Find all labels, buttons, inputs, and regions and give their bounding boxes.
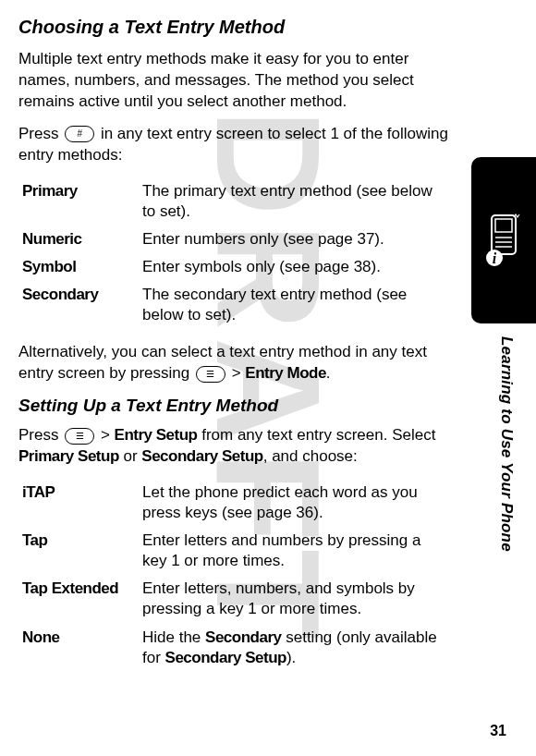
option-label-itap: iTAP: [22, 479, 142, 527]
setup-prefix: Press: [18, 426, 63, 444]
page-content: Choosing a Text Entry Method Multiple te…: [0, 0, 536, 703]
entry-mode-label: Entry Mode: [245, 364, 326, 382]
table-row: Numeric Enter numbers only (see page 37)…: [22, 226, 457, 253]
method-label-secondary: Secondary: [22, 281, 142, 329]
menu-key-icon: ☰: [196, 366, 225, 383]
table-row: iTAP Let the phone predict each word as …: [22, 479, 457, 527]
setup-end: , and choose:: [263, 447, 358, 465]
option-desc-none: Hide the Secondary setting (only availab…: [142, 624, 457, 672]
setup-paragraph: Press ☰ > Entry Setup from any text entr…: [18, 425, 453, 468]
secondary-setup-label: Secondary Setup: [141, 447, 262, 465]
option-label-tap-extended: Tap Extended: [22, 575, 142, 623]
option-desc: Let the phone predict each word as you p…: [142, 479, 457, 527]
table-row: Tap Extended Enter letters, numbers, and…: [22, 575, 457, 623]
option-label-tap: Tap: [22, 527, 142, 575]
setup-options-table: iTAP Let the phone predict each word as …: [22, 479, 457, 672]
intro-paragraph: Multiple text entry methods make it easy…: [18, 49, 453, 113]
alt-gt: >: [227, 364, 245, 382]
method-desc: Enter symbols only (see page 38).: [142, 253, 457, 281]
method-desc: Enter numbers only (see page 37).: [142, 226, 457, 253]
entry-setup-label: Entry Setup: [115, 426, 198, 444]
heading-setting-up: Setting Up a Text Entry Method: [18, 396, 453, 416]
option-desc: Enter letters and numbers by pressing a …: [142, 527, 457, 575]
table-row: Primary The primary text entry method (s…: [22, 177, 457, 226]
table-row: Secondary The secondary text entry metho…: [22, 281, 457, 329]
method-label-symbol: Symbol: [22, 253, 142, 281]
option-label-none: None: [22, 624, 142, 672]
page-number: 31: [490, 723, 506, 739]
setup-or: or: [119, 447, 142, 465]
primary-setup-label: Primary Setup: [18, 447, 119, 465]
table-row: None Hide the Secondary setting (only av…: [22, 624, 457, 672]
method-desc: The secondary text entry method (see bel…: [142, 281, 457, 329]
alternative-paragraph: Alternatively, you can select a text ent…: [18, 342, 453, 384]
press-instruction: Press # in any text entry screen to sele…: [18, 124, 453, 166]
hash-key-icon: #: [65, 126, 94, 142]
method-desc: The primary text entry method (see below…: [142, 177, 457, 226]
none-p1: Hide the: [142, 628, 205, 646]
method-label-numeric: Numeric: [22, 226, 142, 253]
option-desc: Enter letters, numbers, and symbols by p…: [142, 575, 457, 623]
none-p3: ).: [286, 649, 296, 666]
setup-gt: >: [96, 426, 114, 444]
alt-period: .: [326, 364, 331, 382]
menu-key-icon: ☰: [65, 428, 94, 445]
secondary-setup-inline: Secondary Setup: [165, 649, 286, 666]
setup-mid: from any text entry screen. Select: [197, 426, 435, 444]
press-prefix: Press: [18, 125, 63, 142]
secondary-inline: Secondary: [205, 628, 281, 646]
heading-choosing: Choosing a Text Entry Method: [18, 17, 453, 38]
table-row: Tap Enter letters and numbers by pressin…: [22, 527, 457, 575]
table-row: Symbol Enter symbols only (see page 38).: [22, 253, 457, 281]
method-label-primary: Primary: [22, 177, 142, 226]
entry-methods-table: Primary The primary text entry method (s…: [22, 177, 457, 330]
